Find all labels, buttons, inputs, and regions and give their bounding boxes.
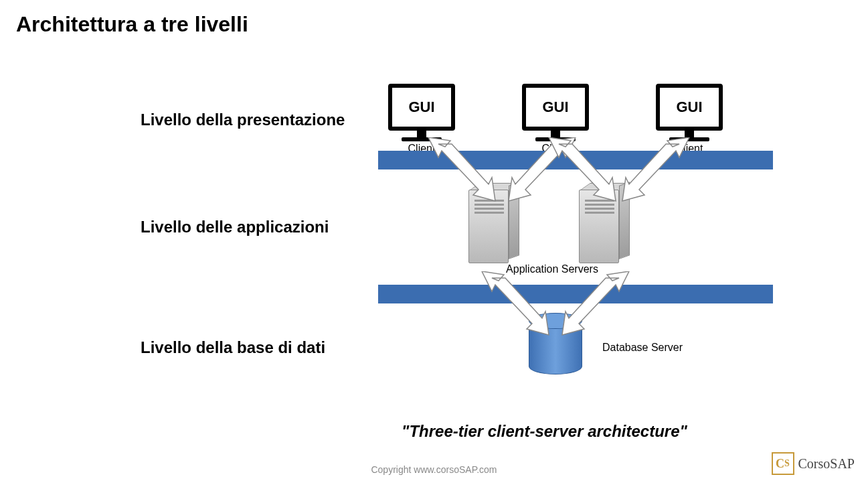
double-arrow-icon bbox=[545, 137, 619, 204]
slide-title: Architettura a tre livelli bbox=[16, 12, 248, 37]
double-arrow-icon bbox=[619, 137, 693, 204]
svg-marker-0 bbox=[428, 137, 495, 201]
tier-label-database: Livello della base di dati bbox=[141, 338, 325, 357]
double-arrow-icon bbox=[425, 137, 499, 204]
database-label: Database Server bbox=[602, 342, 683, 354]
monitor-stand-icon bbox=[551, 131, 560, 137]
monitor-icon: GUI bbox=[522, 84, 589, 131]
monitor-stand-icon bbox=[685, 131, 694, 137]
monitor-icon: GUI bbox=[388, 84, 455, 131]
copyright-text: Copyright www.corsoSAP.com bbox=[371, 464, 497, 475]
logo-mark-icon: CS bbox=[772, 452, 794, 475]
monitor-icon: GUI bbox=[656, 84, 723, 131]
svg-marker-2 bbox=[549, 137, 616, 201]
tier-label-presentation: Livello della presentazione bbox=[141, 111, 345, 129]
svg-marker-3 bbox=[622, 137, 689, 201]
double-arrow-icon bbox=[559, 271, 632, 338]
english-caption: "Three-tier client-server architecture" bbox=[402, 422, 687, 441]
gui-label: GUI bbox=[542, 98, 568, 116]
diagram: GUI Client GUI Client GUI Client Applica… bbox=[378, 84, 773, 399]
logo: CS CorsoSAP bbox=[772, 452, 855, 475]
tier-label-application: Livello delle applicazioni bbox=[141, 218, 329, 236]
double-arrow-icon bbox=[479, 271, 552, 338]
logo-text: CorsoSAP bbox=[798, 456, 855, 472]
svg-marker-4 bbox=[482, 271, 549, 335]
svg-marker-5 bbox=[562, 271, 629, 335]
gui-label: GUI bbox=[676, 98, 702, 116]
monitor-stand-icon bbox=[417, 131, 426, 137]
gui-label: GUI bbox=[408, 98, 434, 116]
